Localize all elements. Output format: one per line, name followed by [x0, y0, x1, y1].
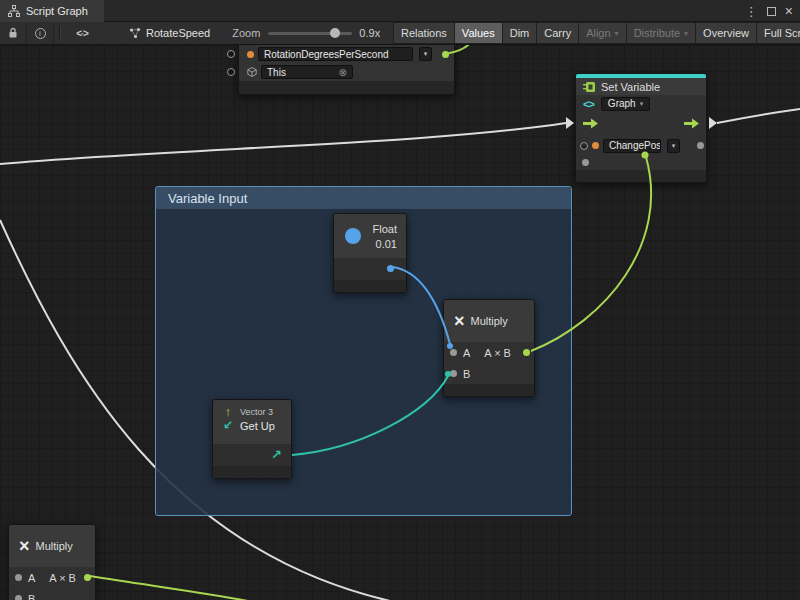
output-port[interactable] [523, 349, 530, 356]
distribute-button: Distribute▾ [627, 22, 696, 44]
node-type-label: Vector 3 [240, 407, 275, 417]
variable-port-icon[interactable] [247, 51, 254, 58]
graph-canvas[interactable]: Variable Input RotationDegreesPerSecond … [0, 45, 800, 600]
code-brackets-icon: <> [583, 98, 594, 110]
set-variable-node[interactable]: Set Variable <> Graph ▾ ChangePos ▾ [575, 73, 707, 183]
toolbar-divider [59, 26, 60, 40]
flow-out-arrow-icon[interactable] [684, 118, 699, 129]
output-port[interactable] [84, 574, 91, 581]
target-field[interactable]: This ⊗ [261, 65, 353, 79]
tab-label: Script Graph [26, 5, 88, 17]
carry-button[interactable]: Carry [537, 22, 579, 44]
scope-value: Graph [608, 98, 636, 109]
port-row-a: A A × B [444, 342, 534, 363]
control-wire[interactable] [0, 123, 566, 164]
input-port-b[interactable] [450, 370, 457, 377]
input-port-b[interactable] [15, 595, 22, 600]
close-icon[interactable]: × [785, 4, 793, 18]
node-footer [444, 384, 534, 396]
variable-value: ChangePos [609, 140, 661, 151]
dim-button[interactable]: Dim [503, 22, 538, 44]
zoom-label: Zoom [232, 27, 260, 39]
float-node[interactable]: Float 0.01 [333, 213, 407, 293]
value-input-port[interactable] [582, 159, 589, 166]
relations-button[interactable]: Relations [393, 22, 455, 44]
variable-name-field[interactable]: RotationDegreesPerSecond [258, 47, 413, 61]
maximize-icon[interactable] [767, 7, 776, 16]
variable-port-icon[interactable] [592, 142, 599, 149]
input-port-a[interactable] [15, 574, 22, 581]
node-header: × Multiply [444, 300, 534, 342]
node-title: Multiply [36, 540, 73, 552]
flow-row [576, 112, 706, 136]
control-out-connector[interactable] [709, 117, 717, 129]
info-button[interactable]: i [27, 22, 54, 44]
value-output-port[interactable] [387, 265, 394, 272]
value-input-row [576, 155, 706, 170]
scope-dropdown[interactable]: Graph ▾ [601, 97, 650, 111]
graph-name-label: RotateSpeed [146, 27, 210, 39]
values-button[interactable]: Values [455, 22, 503, 44]
output-label: A × B [484, 347, 511, 359]
zoom-value: 0.9x [359, 27, 380, 39]
variable-row: ChangePos ▾ [576, 136, 706, 155]
scope-row: <> Graph ▾ [576, 95, 706, 112]
align-button: Align▾ [579, 22, 626, 44]
zoom-slider-knob[interactable] [330, 28, 340, 38]
node-footer [334, 280, 406, 292]
code-icon: <∙> [76, 28, 87, 39]
multiply-node[interactable]: × Multiply A A × B B [443, 299, 535, 397]
input-port-a[interactable] [450, 349, 457, 356]
variable-name-row: RotationDegreesPerSecond ▾ [239, 45, 454, 63]
graph-hierarchy-icon [8, 5, 20, 17]
node-title: Multiply [471, 315, 508, 327]
target-value: This [267, 67, 286, 78]
code-view-button[interactable]: <∙> [65, 22, 99, 44]
group-title: Variable Input [168, 191, 247, 206]
gameobject-cube-icon [247, 67, 257, 77]
lock-icon [8, 27, 18, 39]
value-output-port[interactable] [697, 142, 704, 149]
control-wire[interactable] [717, 109, 800, 123]
node-footer [213, 466, 291, 478]
input-port[interactable] [227, 68, 235, 76]
script-graph-tab[interactable]: Script Graph [0, 0, 104, 22]
dropdown-arrow-icon: ▾ [615, 29, 619, 38]
value-output-port[interactable] [442, 51, 449, 58]
port-row-b: B [9, 588, 95, 600]
variable-field[interactable]: ChangePos [603, 139, 661, 153]
node-footer [576, 170, 706, 182]
window-titlebar: Script Graph ⋮ × [0, 0, 800, 22]
multiply-node-2[interactable]: × Multiply A A × B B [8, 524, 96, 600]
vector-output-port-icon[interactable]: ↗ [271, 447, 282, 462]
input-port[interactable] [580, 142, 588, 150]
get-variable-node[interactable]: RotationDegreesPerSecond ▾ This ⊗ [238, 45, 455, 95]
overview-button[interactable]: Overview [696, 22, 757, 44]
port-label-a: A [28, 572, 35, 584]
node-header: ↑ ↙ Vector 3 Get Up [213, 400, 291, 444]
multiply-icon: × [19, 537, 30, 555]
output-label: A × B [49, 572, 76, 584]
group-header[interactable]: Variable Input [156, 187, 571, 209]
menu-icon[interactable]: ⋮ [745, 5, 758, 18]
port-row: ↗ [213, 444, 291, 466]
zoom-slider[interactable] [268, 22, 352, 44]
float-value[interactable]: 0.01 [376, 238, 397, 250]
flow-in-arrow-icon[interactable] [583, 118, 598, 129]
vector3-get-up-node[interactable]: ↑ ↙ Vector 3 Get Up ↗ [212, 399, 292, 479]
info-icon: i [35, 28, 46, 39]
variable-name-dropdown[interactable]: ▾ [419, 47, 432, 61]
script-graph-window: Script Graph ⋮ × i <∙> RotateSpeed Zoom … [0, 0, 800, 600]
node-header: × Multiply [9, 525, 95, 567]
value-wire-green[interactable] [90, 576, 258, 600]
fullscreen-button[interactable]: Full Screen [757, 22, 800, 44]
port-label-b: B [28, 593, 35, 600]
node-header[interactable]: Set Variable [576, 78, 706, 95]
input-port[interactable] [227, 50, 235, 58]
vector-axes-icon: ↙ [223, 419, 233, 431]
toolbar-buttons: Relations Values Dim Carry Align▾ Distri… [393, 22, 800, 45]
variable-dropdown[interactable]: ▾ [667, 139, 680, 153]
control-in-connector[interactable] [566, 117, 574, 129]
lock-button[interactable] [0, 22, 27, 44]
port-label-a: A [463, 347, 470, 359]
